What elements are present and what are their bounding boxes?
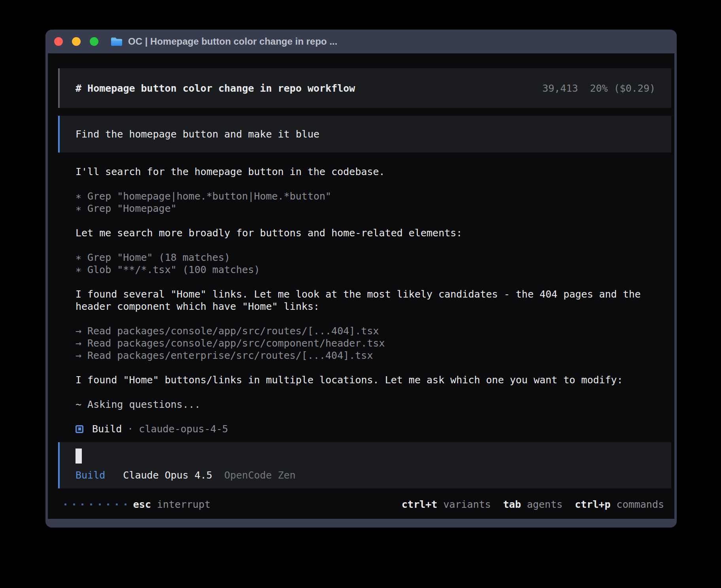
tool-call-group: ∗Grep "Home" (18 matches) ∗Glob "**/*.ts…: [75, 251, 671, 276]
status-line: ~ Asking questions...: [75, 398, 671, 411]
esc-key: esc: [133, 499, 151, 510]
tool-call-text: Read packages/console/app/src/component/…: [87, 337, 385, 349]
asterisk-icon: ∗: [75, 202, 81, 215]
terminal-window: OC | Homepage button color change in rep…: [45, 30, 677, 528]
provider-label: OpenCode Zen: [224, 469, 296, 481]
session-stats: 39,41320% ($0.29): [542, 82, 655, 94]
folder-icon: [110, 36, 123, 47]
tool-call-text: Read packages/console/app/src/routes/[..…: [87, 325, 379, 337]
assistant-paragraph: I found several "Home" links. Let me loo…: [75, 288, 671, 313]
status-bar: escinterrupt ctrl+tvariants tabagents ct…: [58, 498, 671, 511]
model-row: Build Claude Opus 4.5 OpenCode Zen: [75, 469, 671, 481]
prompt-input[interactable]: Build Claude Opus 4.5 OpenCode Zen: [58, 442, 671, 488]
variants-label: variants: [443, 499, 491, 510]
text-cursor: [75, 449, 82, 464]
tool-call-line: ∗Grep "Homepage": [75, 202, 671, 215]
tool-call-line: →Read packages/console/app/src/routes/[.…: [75, 325, 671, 337]
tool-call-line: ∗Grep "Home" (18 matches): [75, 251, 671, 264]
agent-square-icon: [75, 425, 83, 433]
arrow-right-icon: →: [75, 325, 81, 337]
tool-call-text: Grep "Home" (18 matches): [87, 252, 230, 263]
context-usage: 20% ($0.29): [590, 83, 655, 94]
assistant-response: I'll search for the homepage button in t…: [75, 166, 671, 435]
assistant-paragraph: I'll search for the homepage button in t…: [75, 166, 671, 178]
assistant-paragraph: I found "Home" buttons/links in multiple…: [75, 374, 671, 386]
session-header: # Homepage button color change in repo w…: [58, 68, 671, 108]
tool-call-group: →Read packages/console/app/src/routes/[.…: [75, 325, 671, 362]
user-message: Find the homepage button and make it blu…: [58, 116, 671, 153]
shortcut-group: ctrl+tvariants tabagents ctrl+pcommands: [402, 498, 664, 511]
window-title: OC | Homepage button color change in rep…: [128, 36, 337, 47]
model-label[interactable]: Claude Opus 4.5: [123, 469, 212, 481]
minimize-button[interactable]: [72, 37, 81, 46]
agents-label: agents: [527, 499, 562, 510]
traffic-lights: [54, 37, 98, 46]
arrow-right-icon: →: [75, 337, 81, 349]
dot-separator: ·: [127, 423, 133, 435]
progress-spinner: [64, 503, 126, 505]
agent-model: claude-opus-4-5: [139, 423, 228, 435]
tool-call-text: Grep "Homepage": [87, 203, 177, 214]
esc-label: interrupt: [157, 499, 210, 510]
tool-call-group: ∗Grep "homepage|home.*button|Home.*butto…: [75, 190, 671, 215]
tool-call-line: ∗Glob "**/*.tsx" (100 matches): [75, 264, 671, 276]
commands-label: commands: [617, 499, 664, 510]
tool-call-text: Grep "homepage|home.*button|Home.*button…: [87, 190, 331, 202]
tool-call-line: ∗Grep "homepage|home.*button|Home.*butto…: [75, 190, 671, 202]
asterisk-icon: ∗: [75, 190, 81, 202]
ctrl-p-key: ctrl+p: [575, 499, 610, 510]
session-title: # Homepage button color change in repo w…: [75, 82, 355, 94]
asterisk-icon: ∗: [75, 264, 81, 276]
terminal-content: # Homepage button color change in repo w…: [48, 53, 674, 519]
agent-badge: Build · claude-opus-4-5: [75, 423, 671, 435]
tool-call-line: →Read packages/console/app/src/component…: [75, 337, 671, 349]
shortcut-commands: ctrl+pcommands: [575, 498, 664, 511]
shortcut-interrupt: escinterrupt: [133, 498, 211, 511]
ctrl-t-key: ctrl+t: [402, 499, 437, 510]
tool-call-line: →Read packages/enterprise/src/routes/[..…: [75, 349, 671, 362]
shortcut-variants: ctrl+tvariants: [402, 498, 491, 511]
window-titlebar[interactable]: OC | Homepage button color change in rep…: [48, 30, 674, 53]
close-button[interactable]: [54, 37, 63, 46]
asterisk-icon: ∗: [75, 251, 81, 264]
token-count: 39,413: [542, 83, 578, 94]
maximize-button[interactable]: [90, 37, 98, 46]
tool-call-text: Glob "**/*.tsx" (100 matches): [87, 264, 260, 275]
shortcut-agents: tabagents: [503, 498, 562, 511]
arrow-right-icon: →: [75, 349, 81, 362]
agent-name: Build: [92, 423, 122, 435]
mode-label[interactable]: Build: [75, 469, 105, 481]
assistant-paragraph: Let me search more broadly for buttons a…: [75, 227, 671, 239]
tool-call-text: Read packages/enterprise/src/routes/[...…: [87, 350, 373, 361]
user-message-text: Find the homepage button and make it blu…: [75, 128, 319, 140]
tab-key: tab: [503, 499, 521, 510]
